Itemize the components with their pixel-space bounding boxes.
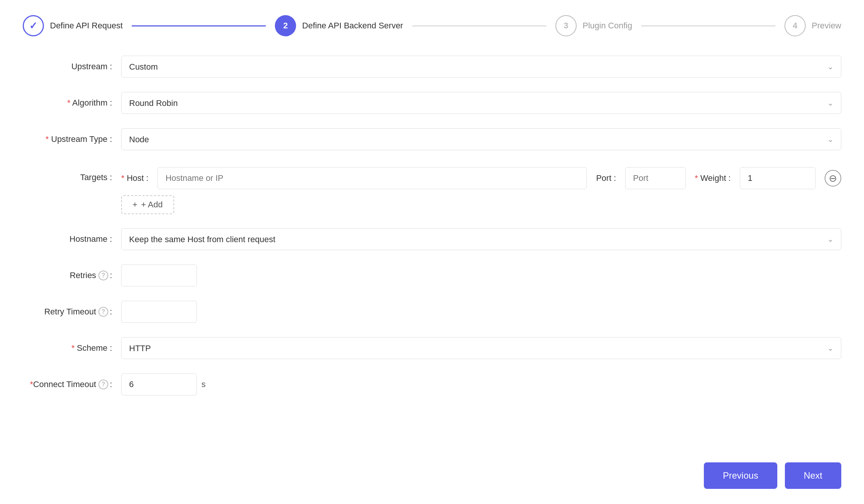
algorithm-select[interactable]: Round Robin: [121, 92, 841, 114]
scheme-label: Scheme :: [23, 343, 121, 353]
minus-circle-icon: ⊖: [829, 173, 837, 184]
hostname-row: Hostname : Keep the same Host from clien…: [23, 228, 841, 250]
retries-help-icon[interactable]: ?: [98, 271, 108, 280]
connect-timeout-input[interactable]: [121, 373, 197, 395]
retries-label: Retries ? :: [23, 271, 121, 280]
step-2-number: 2: [283, 21, 288, 31]
target-item: Host : Port : Weight : ⊖: [121, 167, 841, 189]
next-button[interactable]: Next: [785, 462, 841, 489]
bottom-navigation: Previous Next: [704, 462, 841, 489]
algorithm-label: Algorithm :: [23, 98, 121, 108]
port-input[interactable]: [625, 167, 686, 189]
host-label: Host :: [121, 173, 148, 183]
step-2-label: Define API Backend Server: [302, 21, 403, 31]
upstream-select[interactable]: Custom: [121, 56, 841, 78]
step-connector-1-2: [132, 25, 266, 26]
upstream-select-wrapper: Custom ⌄: [121, 56, 841, 78]
step-connector-2-3: [412, 25, 546, 26]
targets-label: Targets :: [23, 167, 121, 182]
retry-timeout-row: Retry Timeout ? :: [23, 300, 841, 323]
step-3-label: Plugin Config: [583, 21, 632, 31]
step-1-label: Define API Request: [50, 21, 123, 31]
add-target-button[interactable]: + + Add: [121, 195, 174, 214]
connect-timeout-help-icon[interactable]: ?: [98, 380, 108, 389]
add-button-label: + Add: [141, 200, 163, 210]
step-4-circle: 4: [784, 15, 806, 36]
hostname-label: Hostname :: [23, 234, 121, 244]
hostname-select-wrapper: Keep the same Host from client request ⌄: [121, 228, 841, 250]
upstream-type-row: Upstream Type : Node ⌄: [23, 128, 841, 151]
algorithm-select-wrapper: Round Robin ⌄: [121, 92, 841, 114]
plus-icon: +: [133, 200, 137, 210]
hostname-select[interactable]: Keep the same Host from client request: [121, 228, 841, 250]
upstream-type-select-wrapper: Node ⌄: [121, 128, 841, 150]
weight-label: Weight :: [695, 173, 731, 183]
step-2-circle: 2: [275, 15, 296, 36]
step-4: 4 Preview: [784, 15, 841, 36]
scheme-select[interactable]: HTTP: [121, 337, 841, 359]
step-4-number: 4: [793, 21, 797, 31]
connect-timeout-label: Connect Timeout ? :: [23, 380, 121, 389]
targets-container: Host : Port : Weight : ⊖ + + Add: [121, 167, 841, 214]
step-4-label: Preview: [812, 21, 841, 31]
step-1-circle: ✓: [23, 15, 44, 36]
step-2: 2 Define API Backend Server: [275, 15, 403, 36]
step-3: 3 Plugin Config: [555, 15, 632, 36]
retry-timeout-input[interactable]: [121, 301, 197, 323]
connect-timeout-row: Connect Timeout ? : s: [23, 373, 841, 396]
retries-row: Retries ? :: [23, 264, 841, 287]
retry-timeout-label: Retry Timeout ? :: [23, 307, 121, 317]
scheme-row: Scheme : HTTP ⌄: [23, 337, 841, 359]
previous-button[interactable]: Previous: [704, 462, 777, 489]
targets-row: Targets : Host : Port : Weight : ⊖ + + A…: [23, 164, 841, 214]
remove-target-button[interactable]: ⊖: [825, 170, 841, 187]
host-input[interactable]: [158, 167, 587, 189]
connect-timeout-unit: s: [201, 380, 206, 389]
upstream-row: Upstream : Custom ⌄: [23, 55, 841, 78]
algorithm-row: Algorithm : Round Robin ⌄: [23, 92, 841, 114]
weight-input[interactable]: [740, 167, 816, 189]
retries-input[interactable]: [121, 264, 197, 286]
step-1: ✓ Define API Request: [23, 15, 123, 36]
port-label: Port :: [596, 173, 616, 183]
stepper: ✓ Define API Request 2 Define API Backen…: [23, 15, 841, 36]
step-1-check-icon: ✓: [29, 20, 37, 32]
step-3-circle: 3: [555, 15, 577, 36]
scheme-select-wrapper: HTTP ⌄: [121, 337, 841, 359]
page-container: ✓ Define API Request 2 Define API Backen…: [0, 0, 864, 504]
step-3-number: 3: [564, 21, 568, 31]
upstream-label: Upstream :: [23, 62, 121, 72]
retry-timeout-help-icon[interactable]: ?: [98, 307, 108, 317]
upstream-type-label: Upstream Type :: [23, 134, 121, 144]
step-connector-3-4: [641, 25, 775, 26]
upstream-type-select[interactable]: Node: [121, 128, 841, 150]
